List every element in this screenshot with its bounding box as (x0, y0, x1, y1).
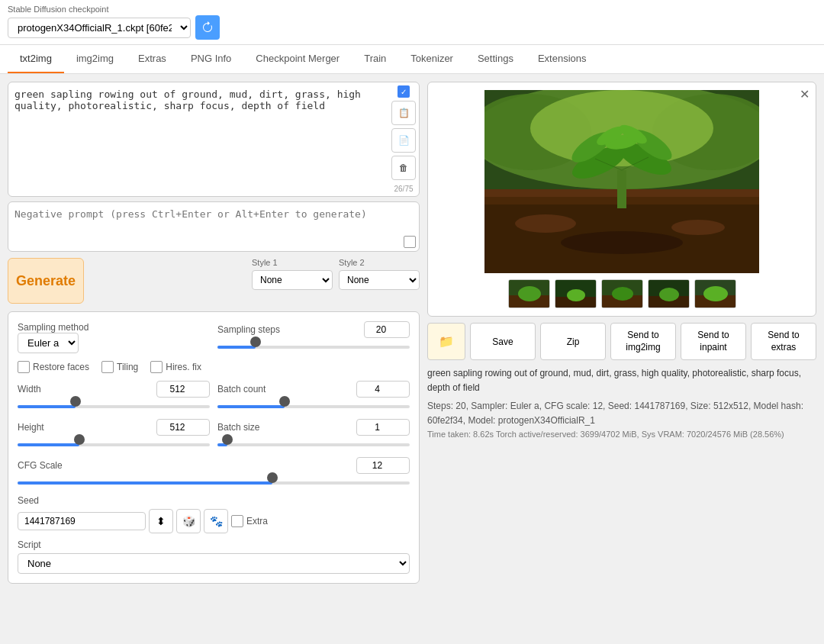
tab-settings[interactable]: Settings (465, 45, 526, 73)
sampling-steps-group: Sampling steps (217, 321, 410, 353)
width-fill (18, 405, 76, 408)
batch-count-slider[interactable] (217, 401, 410, 413)
script-label: Script (18, 539, 410, 550)
generated-image[interactable] (484, 90, 759, 273)
output-info: green sapling rowing out of ground, mud,… (427, 366, 816, 441)
height-knob[interactable] (74, 434, 85, 445)
cfg-scale-slider[interactable] (18, 477, 410, 489)
cfg-scale-label: CFG Scale (18, 460, 63, 471)
cfg-scale-knob[interactable] (267, 472, 278, 483)
positive-prompt-wrapper: ✓ 📋 📄 🗑 26/75 (8, 82, 420, 197)
sampling-steps-input[interactable] (364, 321, 410, 338)
size-col: Width Height (18, 381, 210, 451)
token-count: 26/75 (394, 185, 413, 193)
tab-extras[interactable]: Extras (126, 45, 179, 73)
sampling-method-select[interactable]: Euler a (18, 333, 79, 353)
positive-prompt-checkbox[interactable]: ✓ (398, 85, 410, 98)
size-batch-row: Width Height (18, 381, 410, 451)
width-input[interactable] (156, 381, 210, 398)
thumbnail-2[interactable] (555, 279, 597, 308)
send-to-inpaint-button[interactable]: Send to inpaint (681, 323, 746, 360)
tabs-bar: txt2img img2img Extras PNG Info Checkpoi… (0, 45, 824, 74)
generate-button[interactable]: Generate (8, 258, 84, 304)
tab-img2img[interactable]: img2img (64, 45, 126, 73)
image-container: ✕ (427, 82, 816, 317)
seed-dice-btn[interactable]: 🎲 (176, 509, 201, 533)
style2-label: Style 2 (339, 258, 420, 267)
positive-prompt-input[interactable] (14, 89, 382, 127)
refresh-button[interactable] (195, 15, 220, 40)
tab-png-info[interactable]: PNG Info (179, 45, 243, 73)
svg-point-9 (671, 220, 725, 235)
restore-faces-checkbox[interactable]: Restore faces (18, 361, 89, 373)
height-input[interactable] (156, 419, 210, 436)
styles-col: Style 1 Style 2 None None (252, 258, 420, 304)
batch-count-label: Batch count (217, 384, 266, 394)
top-bar: Stable Diffusion checkpoint protogenX34O… (0, 0, 824, 45)
batch-size-slider[interactable] (217, 439, 410, 451)
sampling-steps-label: Sampling steps (217, 324, 280, 335)
height-slider[interactable] (18, 439, 210, 451)
close-image-button[interactable]: ✕ (800, 87, 810, 101)
hires-fix-check[interactable] (150, 361, 163, 373)
send-to-extras-button[interactable]: Send to extras (751, 323, 816, 360)
save-button[interactable]: Save (470, 323, 536, 360)
thumbnail-1[interactable] (508, 279, 550, 308)
tiling-checkbox[interactable]: Tiling (101, 361, 138, 373)
height-label: Height (18, 422, 44, 433)
sampling-method-group: Sampling method Euler a (18, 322, 210, 353)
copy-icon-btn[interactable]: 📋 (391, 101, 416, 125)
tab-tokenizer[interactable]: Tokenizer (398, 45, 465, 73)
style1-label: Style 1 (252, 258, 333, 267)
negative-prompt-checkbox[interactable] (404, 236, 416, 248)
generate-styles-row: Generate Style 1 Style 2 None None (8, 258, 420, 304)
script-select[interactable]: None (18, 553, 410, 574)
extra-check[interactable] (231, 515, 243, 527)
width-slider[interactable] (18, 401, 210, 413)
zip-button[interactable]: Zip (540, 323, 606, 360)
style2-select[interactable]: None (339, 270, 420, 290)
seed-row: Seed ⬍ 🎲 🐾 Extra (18, 495, 410, 533)
tiling-check[interactable] (101, 361, 114, 373)
thumbnail-5[interactable] (694, 279, 736, 308)
negative-prompt-wrapper (8, 201, 420, 252)
seed-extra-btn[interactable]: 🐾 (204, 509, 228, 533)
paste-icon-btn[interactable]: 📄 (391, 128, 416, 153)
generate-col: Generate (8, 258, 246, 304)
tab-train[interactable]: Train (352, 45, 398, 73)
batch-size-knob[interactable] (222, 434, 233, 445)
thumbnail-4[interactable] (648, 279, 690, 308)
style1-select[interactable]: None (252, 270, 333, 290)
send-to-img2img-button[interactable]: Send to img2img (610, 323, 676, 360)
batch-count-input[interactable] (356, 381, 410, 398)
checkpoint-select[interactable]: protogenX34OfficialR_1.ckpt [60fe2f34] (8, 18, 191, 38)
tab-txt2img[interactable]: txt2img (8, 45, 64, 73)
output-time: Time taken: 8.62s Torch active/reserved:… (427, 428, 816, 442)
negative-prompt-input[interactable] (14, 208, 394, 243)
extra-checkbox[interactable]: Extra (231, 515, 268, 527)
width-knob[interactable] (70, 396, 81, 407)
seed-arrows-btn[interactable]: ⬍ (149, 509, 173, 533)
batch-count-knob[interactable] (279, 396, 290, 407)
svg-point-8 (515, 214, 576, 233)
restore-faces-check[interactable] (18, 361, 30, 373)
delete-icon-btn[interactable]: 🗑 (391, 156, 416, 180)
thumbnail-3[interactable] (601, 279, 643, 308)
right-panel: ✕ (427, 82, 816, 644)
batch-size-input[interactable] (356, 419, 410, 436)
params-panel: Sampling method Euler a Sampling steps (8, 311, 420, 584)
seed-input[interactable] (18, 512, 146, 530)
tab-extensions[interactable]: Extensions (526, 45, 599, 73)
open-folder-button[interactable]: 📁 (427, 323, 465, 360)
cfg-scale-input[interactable] (356, 457, 410, 474)
sampling-steps-slider[interactable] (217, 341, 410, 353)
sampling-steps-knob[interactable] (250, 336, 261, 347)
tab-checkpoint-merger[interactable]: Checkpoint Merger (243, 45, 352, 73)
style-labels-row: Style 1 Style 2 (252, 258, 420, 267)
svg-rect-11 (617, 170, 626, 208)
sampling-row: Sampling method Euler a Sampling steps (18, 321, 410, 353)
output-meta: Steps: 20, Sampler: Euler a, CFG scale: … (427, 399, 816, 428)
cfg-scale-group: CFG Scale (18, 457, 410, 489)
checkpoint-label: Stable Diffusion checkpoint (8, 5, 816, 14)
hires-fix-checkbox[interactable]: Hires. fix (150, 361, 201, 373)
